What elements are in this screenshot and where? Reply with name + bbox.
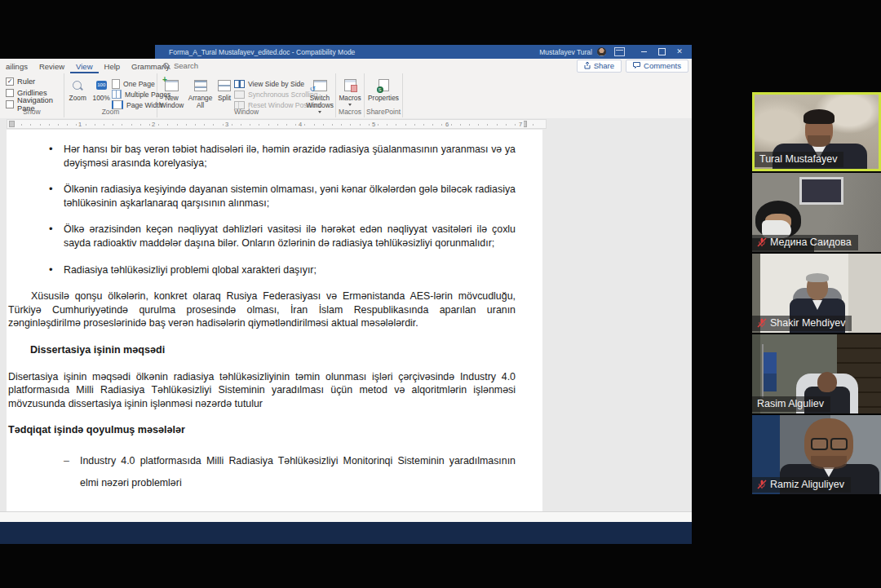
group-label-show: Show bbox=[0, 108, 64, 116]
new-window-icon bbox=[165, 80, 179, 91]
search-label: Search bbox=[174, 61, 198, 70]
arrange-all-icon bbox=[194, 80, 207, 91]
ribbon: ailings Review View Help Grammarly Searc… bbox=[0, 59, 692, 119]
switch-windows-icon bbox=[313, 80, 327, 91]
doc-dash-item: Industry 4.0 platformasıda Milli Radiasi… bbox=[8, 450, 516, 494]
participant-figure bbox=[817, 372, 837, 392]
synchronous-scrolling-icon bbox=[234, 91, 245, 99]
video-tile-tural[interactable]: Tural Mustafayev bbox=[752, 92, 881, 171]
share-icon bbox=[584, 62, 591, 69]
synchronous-scrolling-button: Synchronous Scrolling bbox=[234, 89, 304, 99]
zoom-icon bbox=[72, 80, 83, 91]
participant-name-tag: Rasim Alguliev bbox=[752, 396, 830, 412]
share-button[interactable]: Share bbox=[577, 60, 622, 73]
group-label-sharepoint: SharePoint bbox=[365, 108, 402, 116]
close-button[interactable]: ✕ bbox=[671, 45, 688, 59]
ribbon-controls: ✓ Ruler Gridlines Navigation Pane Show Z… bbox=[0, 73, 692, 117]
doc-heading-2: Tədqiqat işində qoyulmuş məsələlər bbox=[8, 423, 516, 437]
comments-icon bbox=[633, 62, 640, 69]
group-label-macros: Macros bbox=[336, 108, 364, 116]
video-tile-medina[interactable]: Медина Саидова bbox=[752, 173, 881, 252]
video-tile-shakir[interactable]: Shakir Mehdiyev bbox=[752, 254, 881, 333]
glasses bbox=[809, 438, 849, 448]
restore-icon bbox=[658, 48, 666, 55]
tab-help[interactable]: Help bbox=[99, 60, 126, 73]
minimize-button[interactable] bbox=[635, 45, 653, 59]
participant-name: Rasim Alguliev bbox=[757, 398, 824, 409]
ruler-number: 4 bbox=[297, 121, 303, 128]
ruler-number: 3 bbox=[224, 121, 230, 128]
zoom-button-label: Zoom bbox=[69, 95, 86, 102]
indent-marker-left[interactable] bbox=[9, 121, 15, 127]
video-tile-ramiz[interactable]: Ramiz Aliguliyev bbox=[752, 415, 881, 494]
titlebar-right: Mustafayev Tural ✕ bbox=[539, 45, 688, 59]
mic-muted-icon bbox=[757, 480, 767, 489]
comments-button[interactable]: Comments bbox=[626, 60, 688, 73]
group-window: New Window Arrange All Split View Side b… bbox=[157, 73, 336, 117]
ribbon-right-actions: Share Comments bbox=[577, 60, 688, 73]
ribbon-tabs: ailings Review View Help Grammarly Searc… bbox=[0, 59, 692, 73]
tab-mailings[interactable]: ailings bbox=[0, 60, 33, 73]
document-page[interactable]: Hər hansı bir baş verən təbiət hadisələr… bbox=[7, 130, 542, 511]
word-titlebar: Forma_A_Tural Mustafayev_edited.doc - Co… bbox=[155, 45, 692, 59]
zoom-100-icon: 100 bbox=[96, 81, 107, 90]
search-input[interactable]: Search bbox=[163, 61, 198, 70]
ruler-checkbox[interactable]: ✓ Ruler bbox=[0, 76, 64, 87]
ruler-ticks bbox=[12, 124, 541, 126]
meeting-screen: Forma_A_Tural Mustafayev_edited.doc - Co… bbox=[0, 0, 881, 588]
split-label: Split bbox=[218, 95, 231, 102]
doc-paragraph-1: Xüsusilə qonşu ölkələrin, konkret olaraq… bbox=[8, 290, 516, 330]
restore-button[interactable] bbox=[653, 45, 671, 59]
flag bbox=[764, 352, 777, 391]
participant-name-tag: Tural Mustafayev bbox=[755, 152, 843, 167]
participant-name: Ramiz Aliguliyev bbox=[770, 479, 844, 490]
ruler-bar: 1 2 3 4 5 6 7 bbox=[0, 118, 692, 130]
one-page-button[interactable]: One Page bbox=[112, 78, 157, 89]
chevron-down-icon bbox=[348, 104, 352, 106]
ruler-number: 2 bbox=[150, 121, 157, 128]
taskbar[interactable] bbox=[0, 522, 692, 544]
minimize-icon bbox=[641, 51, 647, 52]
ribbon-display-options-icon[interactable] bbox=[614, 47, 625, 56]
view-side-by-side-label: View Side by Side bbox=[248, 80, 304, 88]
mic-muted-icon bbox=[757, 237, 767, 247]
ruler-number: 7 bbox=[517, 121, 524, 128]
video-tile-rasim[interactable]: Rasim Alguliev bbox=[752, 334, 881, 413]
multiple-pages-button[interactable]: Multiple Pages bbox=[112, 89, 157, 99]
participant-name: Shakir Mehdiyev bbox=[770, 317, 845, 329]
macros-icon bbox=[344, 79, 356, 91]
mic-muted-icon bbox=[757, 318, 767, 328]
view-side-by-side-icon bbox=[234, 80, 245, 88]
ruler-number: 6 bbox=[444, 121, 450, 128]
tab-view[interactable]: View bbox=[70, 60, 98, 73]
tab-review[interactable]: Review bbox=[33, 60, 70, 73]
checkbox-icon: ✓ bbox=[6, 77, 14, 86]
properties-label: Properties bbox=[368, 95, 399, 102]
doc-bullet-1: Hər hansı bir baş verən təbiət hadisələr… bbox=[8, 143, 516, 170]
participant-figure bbox=[805, 113, 833, 147]
one-page-icon bbox=[112, 79, 120, 89]
properties-icon bbox=[379, 79, 389, 91]
view-side-by-side-button[interactable]: View Side by Side bbox=[234, 78, 304, 89]
zoom-100-label: 100% bbox=[93, 95, 110, 102]
account-name[interactable]: Mustafayev Tural bbox=[539, 48, 592, 56]
participant-name: Tural Mustafayev bbox=[759, 153, 837, 165]
participant-name-tag: Ramiz Aliguliyev bbox=[752, 477, 851, 493]
doc-bullet-3: Ölkə ərazisindən keçən nəqliyyat dəhlizl… bbox=[8, 223, 516, 250]
group-zoom: Zoom 100 100% One Page Multiple Pages bbox=[64, 73, 157, 117]
participants-panel: Tural Mustafayev Медина Саидова Shakir M… bbox=[752, 92, 881, 494]
horizontal-ruler[interactable]: 1 2 3 4 5 6 7 bbox=[7, 119, 547, 129]
group-label-zoom: Zoom bbox=[64, 108, 157, 116]
group-label-window: Window bbox=[157, 108, 335, 116]
one-page-label: One Page bbox=[123, 80, 155, 88]
search-icon bbox=[163, 63, 169, 69]
document-title: Forma_A_Tural Mustafayev_edited.doc - Co… bbox=[169, 48, 355, 56]
participant-figure bbox=[807, 275, 828, 300]
ruler-number: 1 bbox=[77, 121, 83, 128]
ruler-label: Ruler bbox=[17, 77, 35, 86]
account-avatar[interactable] bbox=[597, 47, 606, 56]
participant-name: Медина Саидова bbox=[770, 237, 852, 248]
share-label: Share bbox=[594, 61, 614, 70]
macros-button-label: Macros bbox=[339, 95, 361, 102]
document-area: Hər hansı bir baş verən təbiət hadisələr… bbox=[0, 130, 692, 511]
